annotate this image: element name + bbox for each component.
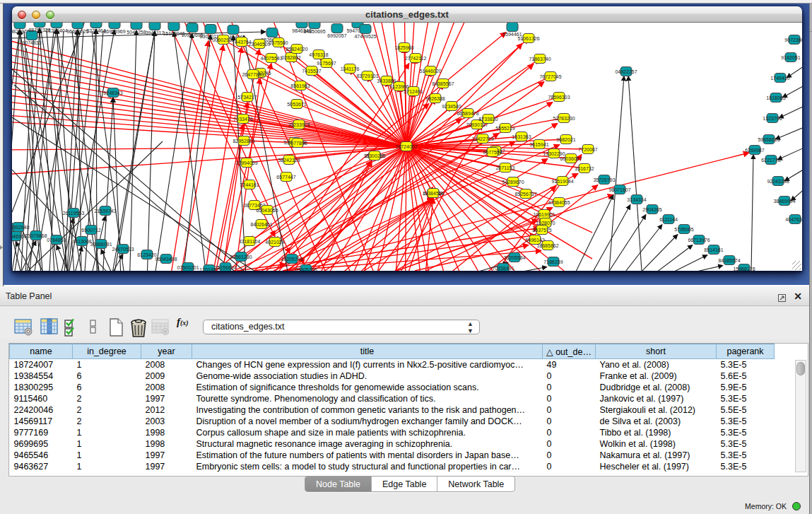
svg-text:85824020: 85824020 — [286, 47, 307, 52]
svg-text:27742112: 27742112 — [405, 56, 427, 61]
svg-text:3433886: 3433886 — [377, 78, 396, 83]
svg-text:23046509: 23046509 — [248, 42, 270, 47]
svg-text:98071607: 98071607 — [608, 187, 630, 192]
svg-text:26477883: 26477883 — [242, 72, 264, 77]
svg-text:37994059: 37994059 — [235, 160, 257, 165]
svg-text:9926388: 9926388 — [425, 96, 445, 101]
svg-text:9123966: 9123966 — [389, 84, 408, 89]
svg-text:6221778: 6221778 — [761, 158, 780, 163]
svg-text:44075543: 44075543 — [260, 56, 282, 61]
svg-text:9413008: 9413008 — [72, 239, 91, 244]
svg-text:5555219: 5555219 — [495, 126, 514, 131]
svg-text:1341176: 1341176 — [341, 66, 360, 71]
svg-text:18300295: 18300295 — [363, 153, 385, 158]
svg-text:9248343: 9248343 — [103, 90, 122, 95]
svg-text:47499525: 47499525 — [354, 34, 376, 39]
svg-text:84850695: 84850695 — [303, 29, 325, 34]
svg-text:4976318: 4976318 — [309, 52, 328, 57]
svg-text:2071153: 2071153 — [496, 165, 515, 170]
svg-text:9162051: 9162051 — [781, 55, 800, 60]
svg-text:0784853: 0784853 — [47, 238, 66, 243]
svg-text:5734217: 5734217 — [237, 95, 257, 100]
svg-text:24870533: 24870533 — [112, 247, 134, 252]
svg-text:33181104: 33181104 — [239, 239, 261, 244]
svg-text:76727045: 76727045 — [539, 74, 561, 79]
svg-text:9077550: 9077550 — [483, 150, 502, 155]
svg-text:6111144: 6111144 — [659, 217, 678, 222]
svg-text:36205584: 36205584 — [503, 255, 525, 260]
svg-text:66589478: 66589478 — [457, 111, 478, 116]
svg-text:5712491: 5712491 — [404, 89, 423, 94]
svg-text:1531363: 1531363 — [512, 134, 531, 139]
svg-text:8733830: 8733830 — [478, 117, 498, 122]
svg-text:59658616: 59658616 — [758, 137, 779, 142]
svg-text:3316732: 3316732 — [575, 166, 594, 171]
svg-text:21539743: 21539743 — [94, 209, 116, 214]
svg-text:9175697: 9175697 — [317, 61, 336, 66]
svg-text:07500201: 07500201 — [177, 265, 199, 270]
svg-text:52783230: 52783230 — [553, 116, 575, 121]
svg-text:01290404: 01290404 — [45, 28, 67, 33]
svg-text:96669725: 96669725 — [66, 29, 88, 34]
svg-text:4021024: 4021024 — [265, 240, 284, 245]
svg-text:51061326: 51061326 — [517, 36, 539, 41]
svg-text:7720067: 7720067 — [578, 147, 597, 152]
svg-text:1028070: 1028070 — [536, 221, 555, 226]
svg-text:85256737: 85256737 — [514, 192, 536, 197]
svg-text:5049258: 5049258 — [126, 30, 146, 35]
svg-text:19384554: 19384554 — [422, 191, 444, 196]
svg-text:9072360: 9072360 — [784, 37, 802, 42]
svg-text:7033476: 7033476 — [233, 117, 252, 122]
svg-text:66713976: 66713976 — [688, 238, 710, 243]
svg-text:30886091: 30886091 — [90, 242, 112, 247]
svg-text:8514161: 8514161 — [704, 247, 723, 252]
svg-text:92243298: 92243298 — [767, 179, 789, 184]
svg-text:3615941: 3615941 — [529, 142, 548, 147]
svg-text:6269987: 6269987 — [745, 148, 764, 153]
svg-text:19592648: 19592648 — [12, 225, 30, 230]
svg-text:18685862: 18685862 — [536, 243, 558, 248]
svg-text:43561280: 43561280 — [230, 255, 252, 259]
svg-text:7415537: 7415537 — [302, 69, 321, 74]
svg-text:1818085: 1818085 — [766, 95, 785, 100]
svg-text:2904205: 2904205 — [642, 207, 661, 212]
svg-text:7186159: 7186159 — [543, 259, 563, 264]
svg-text:38469994: 38469994 — [773, 199, 795, 204]
svg-text:60036067: 60036067 — [560, 156, 582, 161]
svg-text:96043498: 96043498 — [155, 257, 177, 262]
svg-text:19205798: 19205798 — [281, 257, 302, 262]
svg-text:6992057: 6992057 — [327, 33, 346, 38]
svg-text:47384055: 47384055 — [548, 200, 570, 205]
svg-text:84385567: 84385567 — [432, 81, 454, 86]
svg-text:3134334: 3134334 — [627, 197, 646, 202]
svg-text:35726793: 35726793 — [593, 177, 615, 182]
svg-text:18724007: 18724007 — [395, 144, 417, 149]
svg-text:1825968: 1825968 — [394, 45, 413, 50]
svg-text:8123420: 8123420 — [137, 252, 156, 257]
svg-text:15988178: 15988178 — [733, 267, 755, 271]
svg-text:58242128: 58242128 — [278, 158, 300, 163]
svg-text:9682021: 9682021 — [556, 137, 575, 142]
svg-text:9074833: 9074833 — [22, 40, 41, 45]
svg-text:0375580: 0375580 — [269, 40, 288, 45]
svg-text:0282802: 0282802 — [281, 55, 300, 60]
svg-text:09605756: 09605756 — [295, 267, 317, 271]
svg-text:78596303: 78596303 — [548, 95, 570, 100]
svg-text:84026461: 84026461 — [250, 222, 272, 227]
svg-text:84185574: 84185574 — [718, 258, 740, 263]
svg-text:65043055: 65043055 — [256, 208, 278, 213]
svg-text:04922257: 04922257 — [615, 69, 637, 74]
svg-text:91519044: 91519044 — [551, 179, 573, 184]
svg-text:25156694: 25156694 — [214, 265, 236, 270]
svg-text:83729101: 83729101 — [356, 74, 378, 78]
svg-text:82952806: 82952806 — [233, 139, 254, 144]
svg-text:8561983: 8561983 — [290, 83, 310, 88]
svg-text:10619901: 10619901 — [533, 212, 555, 217]
svg-text:9234540: 9234540 — [442, 104, 461, 109]
svg-text:23079868: 23079868 — [25, 233, 47, 238]
svg-text:71863740: 71863740 — [529, 57, 551, 62]
svg-text:8537575: 8537575 — [532, 228, 551, 233]
svg-text:7077898: 7077898 — [288, 141, 307, 146]
svg-text:00602932: 00602932 — [212, 37, 234, 42]
svg-text:3944117: 3944117 — [146, 30, 165, 35]
